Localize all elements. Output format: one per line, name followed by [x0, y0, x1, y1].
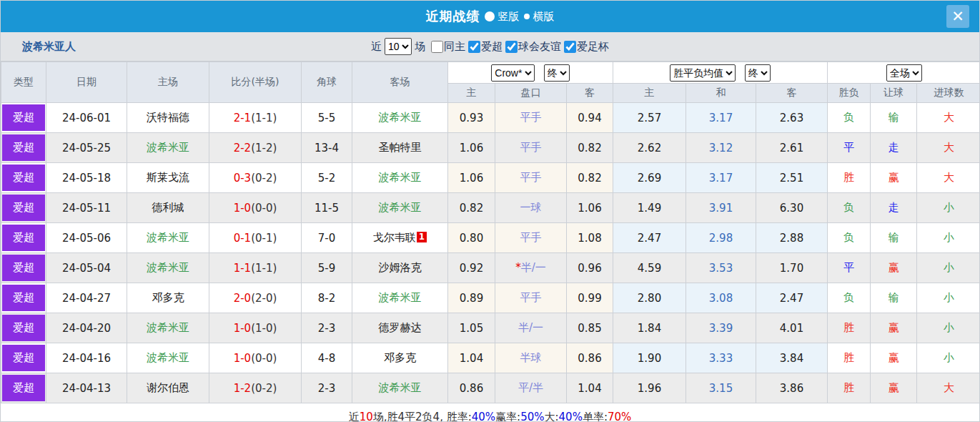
home-team[interactable]: 波希米亚: [147, 351, 189, 364]
checkbox-input[interactable]: [505, 41, 518, 53]
result-cell: 胜: [828, 343, 871, 373]
table-row: 爱超 24-04-13 谢尔伯恩 1-2(0-2) 2-3 波希米亚 0.86 …: [1, 373, 980, 403]
match-count-select[interactable]: 10: [385, 38, 412, 55]
home-team[interactable]: 斯莱戈流: [147, 171, 189, 184]
handicap-time-select[interactable]: 终: [544, 64, 570, 82]
home-team[interactable]: 沃特福德: [147, 111, 189, 124]
home-team[interactable]: 邓多克: [152, 291, 184, 304]
scope-select[interactable]: 全场: [886, 64, 922, 82]
away-team[interactable]: 波希米亚: [379, 291, 422, 304]
result-cell: 胜: [828, 373, 871, 403]
radio-unselected-icon[interactable]: [524, 14, 530, 19]
eu-draw-odds-cell: 3.91: [686, 193, 756, 223]
league-badge: 爱超: [2, 285, 45, 311]
panel-title: 近期战绩: [426, 8, 480, 25]
home-team-cell[interactable]: 谢尔伯恩: [127, 373, 209, 403]
eu-away-odds-cell: 2.61: [756, 133, 828, 163]
home-team-cell[interactable]: 波希米亚: [127, 313, 209, 343]
home-team[interactable]: 波希米亚: [147, 261, 189, 274]
subheader-goalcount: 进球数: [917, 84, 980, 103]
date-cell: 24-05-04: [46, 253, 127, 283]
away-team-cell[interactable]: 德罗赫达: [352, 313, 448, 343]
europe-company-select[interactable]: 胜平负均值: [670, 64, 736, 82]
league-badge: 爱超: [2, 255, 45, 281]
layout-radio-vertical[interactable]: 竖版: [485, 10, 520, 24]
table-row: 爱超 24-05-06 波希米亚 0-1(0-1) 7-0 戈尔韦联1 0.80…: [1, 223, 980, 253]
away-team[interactable]: 沙姆洛克: [379, 261, 422, 274]
ah-away-odds-cell: 0.85: [567, 313, 613, 343]
away-team[interactable]: 波希米亚: [379, 201, 422, 214]
close-button[interactable]: ✕: [946, 5, 969, 28]
home-team-cell[interactable]: 波希米亚: [127, 223, 209, 253]
letgoal-result-cell: 赢: [871, 163, 917, 193]
ah-home-odds-cell: 0.89: [448, 283, 495, 313]
fulltime-score: 0-1: [234, 232, 252, 245]
subheader-ah-home: 主: [448, 84, 495, 103]
away-team-cell[interactable]: 波希米亚: [352, 193, 448, 223]
red-card-badge: 1: [417, 232, 427, 242]
away-team-cell[interactable]: 圣帕特里: [352, 133, 448, 163]
home-team[interactable]: 谢尔伯恩: [147, 381, 189, 394]
layout-radio-horizontal[interactable]: 横版: [524, 10, 555, 24]
title-bar: 近期战绩 竖版 横版 ✕: [1, 1, 979, 32]
checkbox-input[interactable]: [468, 41, 480, 53]
away-team-cell[interactable]: 戈尔韦联1: [352, 223, 448, 253]
home-team-cell[interactable]: 斯莱戈流: [127, 163, 209, 193]
away-team-cell[interactable]: 波希米亚: [352, 163, 448, 193]
home-team-cell[interactable]: 沃特福德: [127, 103, 209, 133]
checkbox-input[interactable]: [431, 41, 443, 53]
filter-checkbox-3[interactable]: 爱足杯: [561, 40, 609, 54]
league-badge: 爱超: [2, 225, 45, 251]
ah-line-cell: 半球: [495, 343, 567, 373]
away-team-cell[interactable]: 波希米亚: [352, 373, 448, 403]
home-team-cell[interactable]: 德利城: [127, 193, 209, 223]
corners-cell: 4-8: [302, 343, 352, 373]
ah-home-odds-cell: 1.04: [448, 343, 495, 373]
fulltime-score: 2-1: [234, 112, 252, 124]
date-cell: 24-04-13: [46, 373, 127, 403]
checkbox-input[interactable]: [564, 41, 576, 53]
home-team[interactable]: 波希米亚: [147, 141, 189, 154]
home-team-cell[interactable]: 波希米亚: [127, 343, 209, 373]
date-cell: 24-04-27: [46, 283, 127, 313]
home-team-cell[interactable]: 波希米亚: [127, 133, 209, 163]
scope-group-header: 全场: [828, 62, 980, 84]
corners-cell: 5-2: [302, 163, 352, 193]
home-team-cell[interactable]: 波希米亚: [127, 253, 209, 283]
away-team[interactable]: 戈尔韦联: [373, 231, 416, 244]
halftime-score: (0-0): [251, 202, 277, 215]
home-team[interactable]: 德利城: [152, 201, 184, 214]
ah-away-odds-cell: 1.04: [567, 373, 613, 403]
home-team[interactable]: 波希米亚: [147, 231, 189, 244]
fulltime-score: 2-0: [234, 292, 252, 305]
letgoal-result-cell: 赢: [871, 373, 917, 403]
corners-cell: 5-5: [302, 103, 352, 133]
radio-vertical-label: 竖版: [498, 10, 520, 24]
away-team[interactable]: 邓多克: [384, 351, 416, 364]
corners-cell: 5-9: [302, 253, 352, 283]
filter-checkbox-0[interactable]: 同主: [428, 40, 465, 54]
away-team[interactable]: 德罗赫达: [379, 321, 422, 334]
away-team-cell[interactable]: 波希米亚: [352, 283, 448, 313]
home-team[interactable]: 波希米亚: [147, 321, 189, 334]
away-team[interactable]: 波希米亚: [379, 171, 422, 184]
col-header-date: 日期: [46, 62, 127, 103]
league-badge: 爱超: [2, 195, 45, 221]
ah-home-odds-cell: 0.92: [448, 253, 495, 283]
away-team[interactable]: 波希米亚: [379, 111, 422, 124]
away-team-cell[interactable]: 邓多克: [352, 343, 448, 373]
filter-checkbox-2[interactable]: 球会友谊: [503, 40, 561, 54]
away-team-cell[interactable]: 沙姆洛克: [352, 253, 448, 283]
away-team[interactable]: 波希米亚: [379, 381, 422, 394]
home-team-cell[interactable]: 邓多克: [127, 283, 209, 313]
handicap-company-select[interactable]: Crow*: [491, 64, 535, 82]
filter-checkbox-1[interactable]: 爱超: [465, 40, 503, 54]
radio-selected-icon[interactable]: [485, 11, 495, 21]
eu-home-odds-cell: 1.49: [613, 193, 686, 223]
away-team[interactable]: 圣帕特里: [379, 141, 422, 154]
date-cell: 24-05-25: [46, 133, 127, 163]
europe-time-select[interactable]: 终: [745, 64, 771, 82]
league-cell: 爱超: [1, 343, 46, 373]
away-team-cell[interactable]: 波希米亚: [352, 103, 448, 133]
letgoal-result-cell: 走: [871, 193, 917, 223]
